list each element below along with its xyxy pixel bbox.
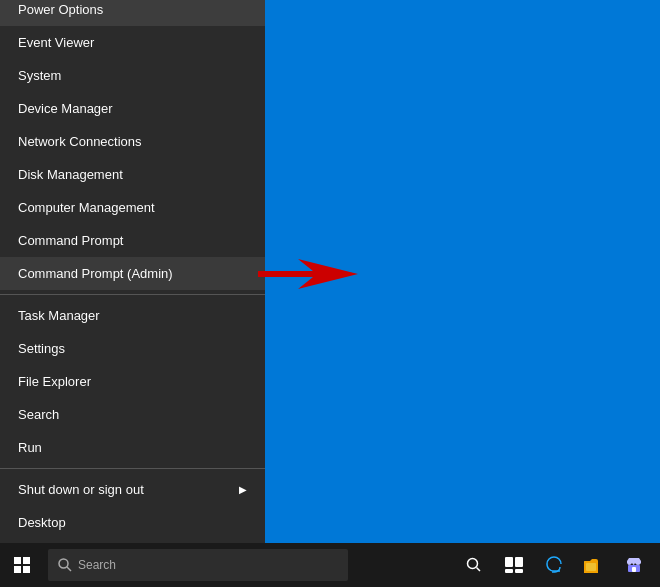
svg-rect-3 [14, 566, 21, 573]
menu-item-command-prompt-admin[interactable]: Command Prompt (Admin) [0, 257, 265, 290]
svg-point-7 [468, 559, 478, 569]
svg-rect-12 [515, 569, 523, 573]
svg-rect-1 [14, 557, 21, 564]
menu-item-computer-management[interactable]: Computer Management [0, 191, 265, 224]
menu-label-shut-down: Shut down or sign out [18, 482, 144, 497]
menu-item-settings[interactable]: Settings [0, 332, 265, 365]
menu-item-desktop[interactable]: Desktop [0, 506, 265, 539]
svg-rect-10 [515, 557, 523, 567]
edge-icon[interactable] [536, 543, 572, 587]
menu-item-device-manager[interactable]: Device Manager [0, 92, 265, 125]
taskbar-search[interactable]: Search [48, 549, 348, 581]
menu-item-system[interactable]: System [0, 59, 265, 92]
svg-line-8 [477, 568, 481, 572]
menu-item-disk-management[interactable]: Disk Management [0, 158, 265, 191]
menu-item-task-manager[interactable]: Task Manager [0, 299, 265, 332]
desktop: Apps and FeaturesPower OptionsEvent View… [0, 0, 660, 587]
menu-item-command-prompt[interactable]: Command Prompt [0, 224, 265, 257]
submenu-arrow-icon: ▶ [239, 484, 247, 495]
svg-rect-14 [586, 563, 596, 571]
task-view-icon[interactable] [496, 543, 532, 587]
explorer-icon[interactable] [576, 543, 612, 587]
svg-rect-2 [23, 557, 30, 564]
svg-rect-4 [23, 566, 30, 573]
highlight-arrow [258, 259, 358, 289]
search-icon[interactable] [456, 543, 492, 587]
store-icon[interactable] [616, 543, 652, 587]
menu-separator [0, 468, 265, 469]
svg-marker-0 [258, 259, 358, 289]
svg-point-5 [59, 559, 68, 568]
taskbar: Search [0, 543, 660, 587]
menu-separator [0, 294, 265, 295]
context-menu: Apps and FeaturesPower OptionsEvent View… [0, 0, 265, 543]
menu-item-run[interactable]: Run [0, 431, 265, 464]
taskbar-search-text: Search [78, 558, 116, 572]
menu-item-event-viewer[interactable]: Event Viewer [0, 26, 265, 59]
menu-item-power-options[interactable]: Power Options [0, 0, 265, 26]
menu-item-search[interactable]: Search [0, 398, 265, 431]
menu-item-network-connections[interactable]: Network Connections [0, 125, 265, 158]
svg-line-6 [67, 567, 71, 571]
svg-rect-16 [632, 567, 636, 572]
svg-rect-11 [505, 569, 513, 573]
menu-item-shut-down[interactable]: Shut down or sign out▶ [0, 473, 265, 506]
svg-rect-9 [505, 557, 513, 567]
taskbar-right [456, 543, 660, 587]
start-button[interactable] [0, 543, 44, 587]
menu-item-file-explorer[interactable]: File Explorer [0, 365, 265, 398]
